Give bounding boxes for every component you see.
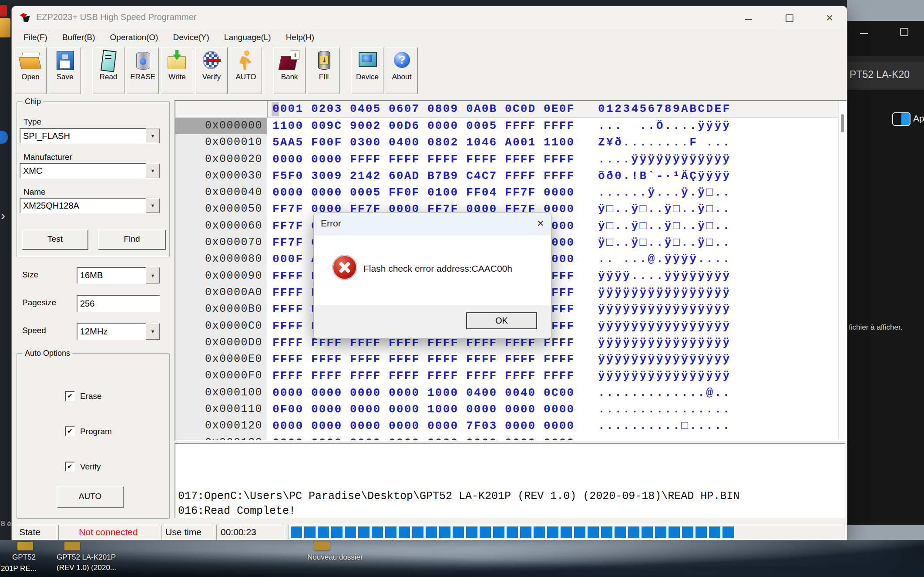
hex-address: 0x0000E0: [175, 351, 267, 368]
hex-ascii[interactable]: ÿÿÿÿÿÿÿÿÿÿÿÿÿÿÿÿ: [598, 368, 731, 384]
speed-select[interactable]: 12MHz ▼: [77, 323, 160, 340]
desktop-folder-icon[interactable]: [314, 542, 330, 550]
hex-ascii[interactable]: ................: [598, 401, 731, 418]
auto-option[interactable]: ✔ Program: [65, 426, 112, 436]
erase-button[interactable]: ERASE: [127, 47, 159, 94]
menu-item[interactable]: Language(L): [217, 29, 279, 46]
desktop-folder-icon[interactable]: [0, 18, 10, 37]
auto-run-button[interactable]: AUTO: [57, 486, 124, 508]
log-line: 017:OpenC:\Users\PC Paradise\Desktop\GPT…: [178, 489, 842, 503]
hex-bytes[interactable]: FFFF FFFF FFFF FFFF FFFF FFFF FFFF FFFF: [272, 351, 575, 368]
hex-ascii[interactable]: ÿ□..ÿ□..ÿ□..ÿ□..: [598, 201, 731, 217]
desktop-file-label[interactable]: GPT52: [12, 553, 36, 562]
hex-bytes[interactable]: 0000 0000 0005 FF0F 0100 FF04 FF7F 0000: [272, 184, 575, 201]
desktop-file-label[interactable]: (REV 1.0) (2020...: [57, 564, 116, 572]
chip-name-select[interactable]: XM25QH128A ▼: [20, 198, 160, 213]
checkbox[interactable]: ✔: [65, 426, 75, 436]
hex-ascii[interactable]: ÿÿÿÿÿÿÿÿÿÿÿÿÿÿÿÿ: [598, 301, 731, 317]
device-button[interactable]: Device: [351, 47, 383, 94]
hex-bytes[interactable]: F5F0 3009 2142 60AD B7B9 C4C7 FFFF FFFF: [272, 168, 575, 184]
find-button[interactable]: Find: [98, 229, 166, 250]
scrollbar[interactable]: [838, 101, 846, 440]
maximize-button[interactable]: [782, 13, 797, 24]
hex-ascii[interactable]: ......ÿ...ÿ.ÿ□..: [598, 184, 731, 201]
about-button[interactable]: About: [386, 47, 418, 94]
hex-bytes[interactable]: 5AA5 F00F 0300 0400 0802 1046 A001 1100: [272, 134, 575, 151]
desktop-folder-icon[interactable]: [17, 542, 33, 550]
hex-ascii[interactable]: ÿÿÿÿÿÿÿÿÿÿÿÿÿÿÿÿ: [598, 351, 731, 368]
title-bar[interactable]: EZP2023+ USB High Speed Programmer ×: [12, 6, 847, 29]
close-button[interactable]: ×: [822, 13, 837, 24]
bank-button[interactable]: Bank: [273, 47, 306, 94]
chevron-down-icon[interactable]: ▼: [146, 163, 160, 178]
pagesize-field[interactable]: 256: [77, 295, 160, 312]
minimize-button[interactable]: [741, 13, 756, 24]
manufacturer-select[interactable]: XMC ▼: [20, 163, 160, 179]
size-select[interactable]: 16MB ▼: [77, 267, 160, 284]
hex-bytes[interactable]: 0000 0000 0000 0000 0000 0000 0000 0000: [272, 435, 575, 440]
hex-ascii[interactable]: õð0.!B`-·¹ÄÇÿÿÿÿ: [598, 168, 731, 184]
save-button[interactable]: Save: [49, 47, 81, 94]
open-button[interactable]: Open: [14, 47, 47, 94]
hex-ascii[interactable]: Z¥ð........F ...: [598, 134, 731, 151]
speed-label: Speed: [22, 326, 46, 335]
hex-ascii[interactable]: ÿÿÿÿÿÿÿÿÿÿÿÿÿÿÿÿ: [598, 334, 731, 351]
close-icon[interactable]: ×: [537, 216, 544, 230]
maximize-icon[interactable]: [900, 28, 908, 36]
hex-ascii[interactable]: ÿÿÿÿÿÿÿÿÿÿÿÿÿÿÿÿ: [598, 318, 731, 334]
dialog-title-bar[interactable]: Error ×: [314, 213, 551, 235]
ok-button[interactable]: OK: [466, 312, 537, 329]
hex-ascii[interactable]: ÿ□..ÿ□..ÿ□..ÿ□..: [598, 218, 731, 234]
desktop-red-icon[interactable]: [0, 5, 7, 17]
progress-segment: [655, 526, 666, 538]
menu-item[interactable]: Help(H): [279, 29, 322, 46]
verify-button[interactable]: Verify: [195, 47, 228, 94]
hex-ascii[interactable]: ................: [598, 435, 731, 440]
toolbar-icon: [132, 50, 153, 71]
hex-ascii[interactable]: ... ..Ö....ÿÿÿÿ: [598, 118, 731, 134]
chevron-down-icon[interactable]: ▼: [146, 323, 160, 340]
auto-option[interactable]: ✔ Verify: [65, 462, 101, 472]
hex-ascii[interactable]: ÿ□..ÿ□..ÿ□..ÿ□..: [598, 234, 731, 251]
scrollbar-thumb[interactable]: [841, 114, 844, 132]
minimize-icon[interactable]: [860, 33, 868, 34]
desktop-folder-icon[interactable]: [64, 542, 80, 550]
checkbox[interactable]: ✔: [65, 462, 75, 472]
hex-bytes[interactable]: 0F00 0000 0000 0000 1000 0000 0000 0000: [272, 401, 575, 418]
chip-type-select[interactable]: SPI_FLASH ▼: [20, 128, 160, 144]
hex-ascii[interactable]: .. ...@.ÿÿÿÿ....: [598, 251, 731, 267]
hex-row: 0x000130 0000 0000 0000 0000 0000 0000 0…: [175, 435, 846, 440]
hex-bytes[interactable]: 0000 0000 0000 0000 0000 7F03 0000 0000: [272, 418, 575, 434]
desktop-file-label[interactable]: GPT52 LA-K201P: [57, 553, 116, 562]
test-button[interactable]: Test: [22, 229, 88, 250]
hex-bytes[interactable]: FFFF FFFF FFFF FFFF FFFF FFFF FFFF FFFF: [272, 368, 575, 384]
hex-ascii[interactable]: ..........□.....: [598, 418, 731, 434]
desktop-folder-label[interactable]: Nouveau dossier: [307, 553, 363, 562]
write-button[interactable]: Write: [161, 47, 193, 94]
app-toggle-icon[interactable]: [892, 112, 911, 126]
desktop-blue-icon[interactable]: [0, 131, 8, 144]
menu-item[interactable]: Operation(O): [103, 29, 166, 46]
chevron-down-icon[interactable]: ▼: [146, 267, 160, 283]
hex-ascii[interactable]: ÿÿÿÿ....ÿÿÿÿÿÿÿÿ: [598, 268, 731, 284]
hex-ascii[interactable]: ....ÿÿÿÿÿÿÿÿÿÿÿÿ: [598, 151, 731, 168]
chevron-down-icon[interactable]: ▼: [146, 128, 160, 143]
fill-button[interactable]: FIll: [308, 47, 340, 94]
hex-bytes[interactable]: 0000 0000 0000 0000 1000 0400 0040 0C00: [272, 385, 575, 401]
menu-item[interactable]: Buffer(B): [55, 29, 103, 46]
chevron-down-icon[interactable]: ▼: [146, 198, 160, 213]
hex-bytes[interactable]: 1100 009C 9002 00D6 0000 0005 FFFF FFFF: [272, 118, 575, 134]
desktop-file-label[interactable]: 201P RE...: [1, 564, 37, 573]
toolbar-icon: [98, 50, 119, 71]
log-panel[interactable]: 017:OpenC:\Users\PC Paradise\Desktop\GPT…: [175, 443, 845, 518]
background-grey-top: [847, 0, 924, 21]
auto-option[interactable]: ✔ Erase: [65, 391, 102, 401]
menu-item[interactable]: File(F): [16, 29, 55, 46]
read-button[interactable]: Read: [92, 47, 124, 94]
auto-button[interactable]: AUTO: [230, 47, 262, 94]
menu-item[interactable]: Device(Y): [165, 29, 216, 46]
hex-ascii[interactable]: .............@..: [598, 385, 731, 401]
hex-ascii[interactable]: ÿÿÿÿÿÿÿÿÿÿÿÿÿÿÿÿ: [598, 284, 731, 301]
hex-bytes[interactable]: 0000 0000 FFFF FFFF FFFF FFFF FFFF FFFF: [272, 151, 575, 168]
checkbox[interactable]: ✔: [65, 391, 75, 401]
